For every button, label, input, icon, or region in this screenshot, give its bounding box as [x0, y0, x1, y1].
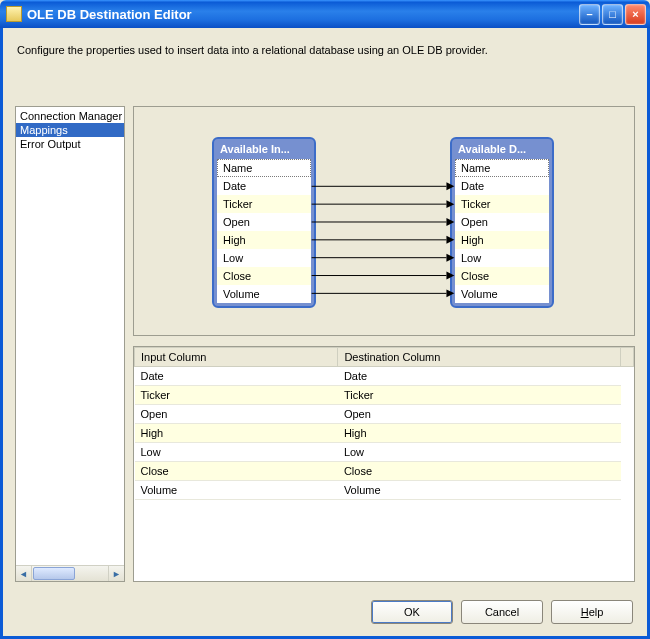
help-u: H	[581, 606, 589, 618]
input-column-close[interactable]: Close	[217, 267, 311, 285]
input-column-high[interactable]: High	[217, 231, 311, 249]
grid-header-input[interactable]: Input Column	[135, 348, 338, 367]
available-destination-box[interactable]: Available D... NameDateTickerOpenHighLow…	[450, 137, 554, 308]
app-icon	[6, 6, 22, 22]
cell-destination[interactable]: High	[338, 424, 621, 443]
table-row[interactable]: CloseClose	[135, 462, 634, 481]
destination-box-header: Available D...	[452, 139, 552, 159]
table-row[interactable]: VolumeVolume	[135, 481, 634, 500]
input-column-low[interactable]: Low	[217, 249, 311, 267]
nav-scrollbar[interactable]: ◄ ►	[16, 565, 124, 581]
scroll-thumb[interactable]	[33, 567, 75, 580]
cell-input[interactable]: Open	[135, 405, 338, 424]
ok-button[interactable]: OK	[371, 600, 453, 624]
input-column-date[interactable]: Date	[217, 177, 311, 195]
input-column-open[interactable]: Open	[217, 213, 311, 231]
cancel-label: Cancel	[485, 606, 519, 618]
destination-column-date[interactable]: Date	[455, 177, 549, 195]
cell-input[interactable]: Volume	[135, 481, 338, 500]
cell-input[interactable]: Close	[135, 462, 338, 481]
minimize-button[interactable]: –	[579, 4, 600, 25]
close-button[interactable]: ×	[625, 4, 646, 25]
table-row[interactable]: TickerTicker	[135, 386, 634, 405]
mapping-lines	[134, 107, 634, 335]
table-row[interactable]: HighHigh	[135, 424, 634, 443]
navigation-pane: Connection ManagerMappingsError Output ◄…	[15, 106, 125, 582]
scroll-left-icon[interactable]: ◄	[16, 566, 32, 581]
cell-input[interactable]: Low	[135, 443, 338, 462]
cell-input[interactable]: Date	[135, 367, 338, 386]
input-column-volume[interactable]: Volume	[217, 285, 311, 303]
cell-destination[interactable]: Volume	[338, 481, 621, 500]
nav-item-error-output[interactable]: Error Output	[16, 137, 124, 151]
cancel-button[interactable]: Cancel	[461, 600, 543, 624]
table-row[interactable]: LowLow	[135, 443, 634, 462]
mapping-diagram[interactable]: Available In... NameDateTickerOpenHighLo…	[133, 106, 635, 336]
cell-destination[interactable]: Ticker	[338, 386, 621, 405]
destination-column-close[interactable]: Close	[455, 267, 549, 285]
cell-destination[interactable]: Open	[338, 405, 621, 424]
destination-column-low[interactable]: Low	[455, 249, 549, 267]
mapping-grid[interactable]: Input Column Destination Column DateDate…	[133, 346, 635, 582]
maximize-button[interactable]: □	[602, 4, 623, 25]
scroll-right-icon[interactable]: ►	[108, 566, 124, 581]
grid-header-corner	[621, 348, 634, 367]
input-column-ticker[interactable]: Ticker	[217, 195, 311, 213]
destination-column-high[interactable]: High	[455, 231, 549, 249]
nav-item-connection-manager[interactable]: Connection Manager	[16, 109, 124, 123]
ok-label: OK	[404, 606, 420, 618]
cell-input[interactable]: Ticker	[135, 386, 338, 405]
nav-item-mappings[interactable]: Mappings	[16, 123, 124, 137]
cell-input[interactable]: High	[135, 424, 338, 443]
table-row[interactable]: DateDate	[135, 367, 634, 386]
cell-destination[interactable]: Close	[338, 462, 621, 481]
description-text: Configure the properties used to insert …	[3, 28, 647, 82]
help-button[interactable]: Help	[551, 600, 633, 624]
cell-destination[interactable]: Low	[338, 443, 621, 462]
input-box-header: Available In...	[214, 139, 314, 159]
destination-column-name[interactable]: Name	[455, 159, 549, 177]
destination-column-ticker[interactable]: Ticker	[455, 195, 549, 213]
titlebar[interactable]: OLE DB Destination Editor – □ ×	[0, 0, 650, 28]
input-column-name[interactable]: Name	[217, 159, 311, 177]
cell-destination[interactable]: Date	[338, 367, 621, 386]
help-label: elp	[589, 606, 604, 618]
destination-column-open[interactable]: Open	[455, 213, 549, 231]
window-title: OLE DB Destination Editor	[27, 7, 192, 22]
grid-header-destination[interactable]: Destination Column	[338, 348, 621, 367]
table-row[interactable]: OpenOpen	[135, 405, 634, 424]
destination-column-volume[interactable]: Volume	[455, 285, 549, 303]
available-input-box[interactable]: Available In... NameDateTickerOpenHighLo…	[212, 137, 316, 308]
